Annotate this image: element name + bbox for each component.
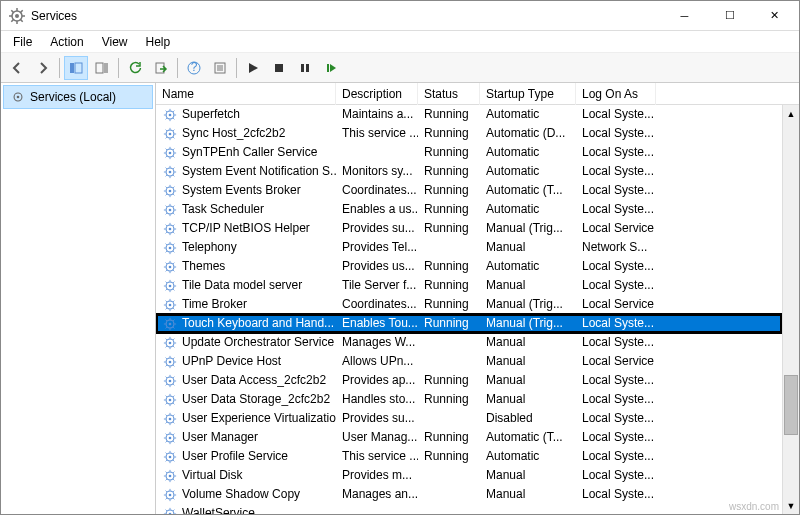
svg-point-54: [169, 436, 172, 439]
console-tree[interactable]: Services (Local): [1, 83, 156, 514]
service-logon-cell: Local Syste...: [576, 181, 656, 200]
svg-text:?: ?: [191, 61, 198, 74]
service-logon-cell: Local Syste...: [576, 371, 656, 390]
service-row[interactable]: UPnP Device HostAllows UPn...ManualLocal…: [156, 352, 782, 371]
service-row[interactable]: TelephonyProvides Tel...ManualNetwork S.…: [156, 238, 782, 257]
export-list-button[interactable]: [149, 56, 173, 80]
service-status-cell: Running: [418, 428, 480, 447]
service-row[interactable]: User Data Access_2cfc2b2Provides ap...Ru…: [156, 371, 782, 390]
services-window: Services ─ ☐ ✕ File Action View Help ?: [0, 0, 800, 515]
service-gear-icon: [162, 183, 178, 199]
service-logon-cell: Local Syste...: [576, 428, 656, 447]
service-row[interactable]: SynTPEnh Caller ServiceRunningAutomaticL…: [156, 143, 782, 162]
column-header-description[interactable]: Description: [336, 83, 418, 105]
service-row[interactable]: Touch Keyboard and Hand...Enables Tou...…: [156, 314, 782, 333]
service-logon-cell: Local Service: [576, 219, 656, 238]
service-row[interactable]: User ManagerUser Manag...RunningAutomati…: [156, 428, 782, 447]
svg-point-60: [169, 493, 172, 496]
service-name-cell: Telephony: [156, 238, 336, 257]
restart-service-button[interactable]: [319, 56, 343, 80]
maximize-button[interactable]: ☐: [707, 2, 752, 30]
service-gear-icon: [162, 354, 178, 370]
service-startup-cell: Automatic: [480, 447, 576, 466]
service-gear-icon: [162, 240, 178, 256]
service-row[interactable]: Volume Shadow CopyManages an...ManualLoc…: [156, 485, 782, 504]
forward-button[interactable]: [31, 56, 55, 80]
column-header-status[interactable]: Status: [418, 83, 480, 105]
stop-service-button[interactable]: [267, 56, 291, 80]
svg-rect-4: [96, 63, 103, 73]
service-row[interactable]: SuperfetchMaintains a...RunningAutomatic…: [156, 105, 782, 124]
properties-button[interactable]: [208, 56, 232, 80]
scroll-thumb[interactable]: [784, 375, 798, 435]
svg-point-38: [169, 284, 172, 287]
service-gear-icon: [162, 335, 178, 351]
service-description-cell: This service ...: [336, 124, 418, 143]
refresh-button[interactable]: [123, 56, 147, 80]
service-name-cell: Themes: [156, 257, 336, 276]
service-name: Sync Host_2cfc2b2: [182, 124, 285, 143]
service-gear-icon: [162, 221, 178, 237]
service-row[interactable]: Sync Host_2cfc2b2This service ...Running…: [156, 124, 782, 143]
close-button[interactable]: ✕: [752, 2, 797, 30]
show-hide-console-tree-button[interactable]: [64, 56, 88, 80]
service-row[interactable]: ThemesProvides us...RunningAutomaticLoca…: [156, 257, 782, 276]
service-name: Time Broker: [182, 295, 247, 314]
service-row[interactable]: System Events BrokerCoordinates...Runnin…: [156, 181, 782, 200]
menu-action[interactable]: Action: [42, 33, 91, 51]
service-name: WalletService: [182, 504, 255, 514]
service-status-cell: Running: [418, 181, 480, 200]
service-name-cell: Update Orchestrator Service: [156, 333, 336, 352]
scroll-up-button[interactable]: ▲: [783, 105, 799, 122]
tree-node-services-local[interactable]: Services (Local): [3, 85, 153, 109]
menu-help[interactable]: Help: [138, 33, 179, 51]
service-logon-cell: Local Syste...: [576, 466, 656, 485]
service-gear-icon: [162, 126, 178, 142]
service-description-cell: Enables Tou...: [336, 314, 418, 333]
service-row[interactable]: Tile Data model serverTile Server f...Ru…: [156, 276, 782, 295]
column-header-name[interactable]: Name: [156, 83, 336, 105]
service-description-cell: Provides us...: [336, 257, 418, 276]
service-logon-cell: Local Syste...: [576, 447, 656, 466]
column-header-log-on-as[interactable]: Log On As: [576, 83, 656, 105]
service-startup-cell: Automatic: [480, 105, 576, 124]
service-row[interactable]: Task SchedulerEnables a us...RunningAuto…: [156, 200, 782, 219]
service-row[interactable]: Update Orchestrator ServiceManages W...M…: [156, 333, 782, 352]
list-body[interactable]: SuperfetchMaintains a...RunningAutomatic…: [156, 105, 782, 514]
service-row[interactable]: WalletService: [156, 504, 782, 514]
service-gear-icon: [162, 107, 178, 123]
menu-file[interactable]: File: [5, 33, 40, 51]
minimize-button[interactable]: ─: [662, 2, 707, 30]
service-startup-cell: Automatic: [480, 162, 576, 181]
service-row[interactable]: User Experience Virtualizatio...Provides…: [156, 409, 782, 428]
menu-view[interactable]: View: [94, 33, 136, 51]
service-name-cell: Tile Data model server: [156, 276, 336, 295]
service-row[interactable]: Virtual DiskProvides m...ManualLocal Sys…: [156, 466, 782, 485]
service-logon-cell: Local Service: [576, 295, 656, 314]
service-description-cell: Enables a us...: [336, 200, 418, 219]
pause-service-button[interactable]: [293, 56, 317, 80]
service-name: Superfetch: [182, 105, 240, 124]
service-gear-icon: [162, 259, 178, 275]
service-row[interactable]: User Data Storage_2cfc2b2Handles sto...R…: [156, 390, 782, 409]
show-hide-action-pane-button[interactable]: [90, 56, 114, 80]
start-service-button[interactable]: [241, 56, 265, 80]
service-gear-icon: [162, 164, 178, 180]
column-header-startup-type[interactable]: Startup Type: [480, 83, 576, 105]
service-name-cell: Time Broker: [156, 295, 336, 314]
service-row[interactable]: Time BrokerCoordinates...RunningManual (…: [156, 295, 782, 314]
body: Services (Local) Name Description Status…: [1, 83, 799, 514]
service-name-cell: User Data Storage_2cfc2b2: [156, 390, 336, 409]
service-status-cell: [418, 466, 480, 485]
service-row[interactable]: TCP/IP NetBIOS HelperProvides su...Runni…: [156, 219, 782, 238]
back-button[interactable]: [5, 56, 29, 80]
service-row[interactable]: User Profile ServiceThis service ...Runn…: [156, 447, 782, 466]
service-name: System Event Notification S...: [182, 162, 336, 181]
scroll-down-button[interactable]: ▼: [783, 497, 799, 514]
service-description-cell: This service ...: [336, 447, 418, 466]
vertical-scrollbar[interactable]: ▲ ▼: [782, 105, 799, 514]
service-description-cell: Handles sto...: [336, 390, 418, 409]
help-button[interactable]: ?: [182, 56, 206, 80]
service-row[interactable]: System Event Notification S...Monitors s…: [156, 162, 782, 181]
service-logon-cell: Local Syste...: [576, 276, 656, 295]
